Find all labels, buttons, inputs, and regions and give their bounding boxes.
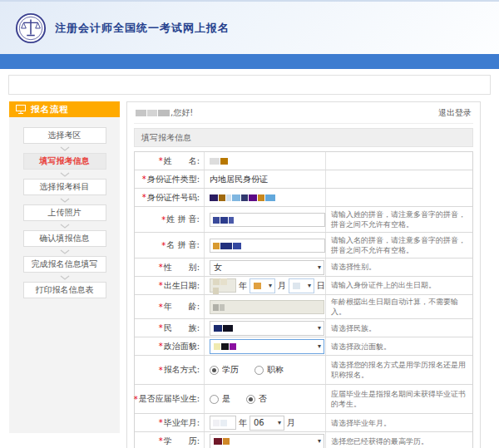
birth-day-select[interactable]: ▾ xyxy=(289,278,314,293)
field-hint-id-number xyxy=(326,189,472,206)
censored-value xyxy=(214,342,237,351)
form-row-gender: *性 别:女▾请选择性别。 xyxy=(135,258,472,277)
censor-block xyxy=(213,278,220,285)
unit-label: 月 xyxy=(278,280,286,292)
field-label-id-number: *身份证件号码: xyxy=(135,189,205,206)
step-separator xyxy=(9,144,120,153)
sidebar-header: 报名流程 xyxy=(9,101,120,117)
field-label-registration-method: *报名方式: xyxy=(135,356,205,384)
radio-button[interactable] xyxy=(210,366,219,375)
censor-block xyxy=(221,343,229,350)
radio-button[interactable] xyxy=(210,395,219,404)
censor-block xyxy=(220,278,227,285)
input-age[interactable] xyxy=(210,300,324,314)
censor-block xyxy=(220,158,228,165)
field-hint-name xyxy=(326,152,472,170)
radio-option-registration-method-2[interactable]: 职称 xyxy=(254,364,284,376)
field-hint-ethnicity: 请选择民族。 xyxy=(326,319,472,337)
form-row-education: *学 历:▾选择您已经获得的最高学历。 xyxy=(135,432,472,448)
required-asterisk: * xyxy=(159,156,163,165)
censor-block xyxy=(214,343,220,350)
select-gender[interactable]: 女▾ xyxy=(210,260,324,275)
chevron-down-icon: ▾ xyxy=(318,324,321,332)
field-label-gender: *性 别: xyxy=(135,258,205,276)
radio-option-fresh-graduate-1[interactable]: 是 xyxy=(210,393,230,405)
censor-block xyxy=(213,217,220,224)
unit-label: 月 xyxy=(287,417,295,429)
field-value-registration-method: 学历职称 xyxy=(205,356,326,384)
field-value-name xyxy=(205,152,326,170)
censored-value xyxy=(214,323,234,332)
select-ethnicity[interactable]: ▾ xyxy=(210,321,324,336)
form-row-registration-method: *报名方式:学历职称请选择您的报名方式是用学历报名还是用职称报名。 xyxy=(135,356,472,385)
sidebar-step-2[interactable]: 填写报考信息 xyxy=(23,153,106,170)
required-asterisk: * xyxy=(159,263,163,272)
censored-username xyxy=(136,108,170,117)
main-panel: ,您好! 退出登录 填写报考信息 *姓 名:*身份证件类型:内地居民身份证*身份… xyxy=(126,101,481,448)
field-value-birthdate: 年▾月▾日 xyxy=(205,277,326,294)
censor-block xyxy=(220,243,232,249)
radio-button[interactable] xyxy=(246,395,255,404)
required-asterisk: * xyxy=(161,241,166,250)
censor-block xyxy=(233,243,241,249)
grad-month-select[interactable]: 06▾ xyxy=(250,416,284,431)
field-hint-age: 年龄根据出生日期自动计算，不需要输入。 xyxy=(326,295,472,318)
select-education[interactable]: ▾ xyxy=(210,434,324,448)
field-label-age: *年 龄: xyxy=(135,295,205,318)
censored-value xyxy=(213,277,233,295)
required-asterisk: * xyxy=(159,303,163,312)
field-label-graduation-date: *毕业年月: xyxy=(135,414,205,431)
censor-block xyxy=(136,110,146,116)
field-label-id-type: *身份证件类型: xyxy=(135,170,205,188)
select-political-status[interactable]: ▾ xyxy=(210,339,324,354)
sidebar-step-5[interactable]: 确认填报信息 xyxy=(23,230,106,247)
form-row-given-name-pinyin: *名 拼 音:请输入名的拼音，请注意多音字的拼音，拼音之间不允许有空格。 xyxy=(135,233,472,258)
required-asterisk: * xyxy=(159,281,163,290)
censor-block xyxy=(220,304,225,311)
input-surname-pinyin[interactable] xyxy=(210,213,325,227)
censored-name-blocks xyxy=(136,108,170,117)
logout-link[interactable]: 退出登录 xyxy=(438,107,472,119)
censor-block xyxy=(249,194,257,201)
field-hint-graduation-date: 请选择毕业年月。 xyxy=(326,414,472,431)
sidebar-step-1[interactable]: 选择考区 xyxy=(23,127,106,144)
form-row-id-number: *身份证件号码: xyxy=(135,189,472,207)
censored-value xyxy=(210,193,276,202)
field-value-given-name-pinyin xyxy=(205,233,326,258)
field-value-ethnicity: ▾ xyxy=(205,319,326,337)
chevron-down-icon xyxy=(60,249,70,254)
unit-label: 年 xyxy=(239,280,247,292)
radio-option-registration-method-1[interactable]: 学历 xyxy=(210,364,239,376)
radio-button[interactable] xyxy=(254,366,264,375)
input-given-name-pinyin[interactable] xyxy=(210,239,325,253)
required-asterisk: * xyxy=(142,193,146,202)
birth-month-select[interactable]: ▾ xyxy=(250,278,275,293)
censored-value xyxy=(213,241,242,250)
field-value-political-status: ▾ xyxy=(205,337,326,355)
form-row-political-status: *政治面貌:▾请选择政治面貌。 xyxy=(135,337,472,356)
section-title-bar: 填写报考信息 xyxy=(134,128,473,147)
top-nav-bar xyxy=(0,54,499,69)
censor-block xyxy=(220,420,227,426)
sidebar-step-4[interactable]: 上传照片 xyxy=(23,204,106,221)
censor-block xyxy=(226,194,231,201)
chevron-down-icon: ▾ xyxy=(318,437,321,445)
field-hint-id-type xyxy=(326,170,472,188)
field-label-political-status: *政治面貌: xyxy=(135,337,205,355)
censor-block xyxy=(293,283,300,289)
required-asterisk: * xyxy=(159,366,163,375)
secondary-toolbar xyxy=(8,75,491,95)
sidebar-step-3[interactable]: 选择报考科目 xyxy=(23,179,106,195)
field-hint-gender: 请选择性别。 xyxy=(326,258,472,276)
censored-value xyxy=(254,281,262,290)
site-title: 注册会计师全国统一考试网上报名 xyxy=(55,21,230,36)
grad-year-input[interactable] xyxy=(210,416,236,430)
step-separator xyxy=(9,195,120,204)
sidebar-step-7[interactable]: 打印报名信息表 xyxy=(23,282,106,298)
censor-block xyxy=(158,110,170,116)
birth-year-input[interactable] xyxy=(210,278,236,293)
sidebar-step-6[interactable]: 完成报名信息填写 xyxy=(23,256,106,273)
censor-block xyxy=(214,438,222,445)
radio-option-fresh-graduate-2[interactable]: 否 xyxy=(246,393,267,405)
monitor-icon xyxy=(16,105,26,114)
